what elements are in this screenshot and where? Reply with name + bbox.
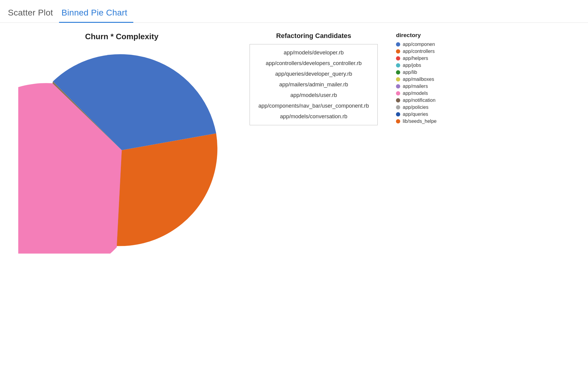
legend-dot-lib [396,70,400,74]
legend-label-queries: app/queries [403,112,428,117]
candidate-item: app/controllers/developers_controller.rb [250,58,377,69]
candidate-item: app/models/conversation.rb [250,111,377,122]
legend-dot-policies [396,105,400,109]
legend-label-seeds: lib/seeds_helpe [403,119,436,124]
candidate-item: app/mailers/admin_mailer.rb [250,79,377,90]
candidate-item: app/components/nav_bar/user_component.rb [250,101,377,111]
legend-dot-notifications [396,98,400,102]
chart-title: Churn * Complexity [85,32,158,41]
legend-item-mailboxes: app/mailboxes [396,77,434,82]
candidate-item: app/models/developer.rb [250,47,377,58]
legend-item-lib: app/lib [396,70,417,75]
legend-label-components: app/componen [403,42,435,47]
legend-dot-helpers [396,56,400,61]
legend-dot-mailers [396,84,400,88]
legend-item-policies: app/policies [396,105,429,110]
legend-label-lib: app/lib [403,70,417,75]
candidates-title: Refactoring Candidates [276,32,351,40]
legend-dot-seeds [396,119,400,123]
legend-item-queries: app/queries [396,112,428,117]
legend-item-jobs: app/jobs [396,63,421,68]
legend-item-mailers: app/mailers [396,84,428,89]
legend-dot-queries [396,112,400,116]
tab-binned-pie-chart[interactable]: Binned Pie Chart [59,5,133,23]
legend-section: directory app/componen app/controllers a… [396,32,436,126]
legend-item-components: app/componen [396,42,435,47]
legend-label-helpers: app/helpers [403,56,428,61]
legend-item-notifications: app/notification [396,98,436,103]
legend-item-controllers: app/controllers [396,49,435,54]
legend-label-policies: app/policies [403,105,429,110]
legend-label-notifications: app/notification [403,98,436,103]
legend-dot-jobs [396,63,400,67]
candidates-box: app/models/developer.rb app/controllers/… [250,44,378,125]
legend-dot-models [396,91,400,95]
legend-label-models: app/models [403,91,428,96]
pie-chart [18,47,225,254]
candidates-section: Refactoring Candidates app/models/develo… [250,32,378,125]
legend-title: directory [396,32,421,39]
legend-label-jobs: app/jobs [403,63,421,68]
legend-item-helpers: app/helpers [396,56,428,61]
legend-dot-components [396,42,400,47]
legend-dot-controllers [396,49,400,54]
legend-item-seeds: lib/seeds_helpe [396,119,436,124]
legend-label-controllers: app/controllers [403,49,435,54]
candidate-item: app/models/user.rb [250,90,377,101]
legend-label-mailboxes: app/mailboxes [403,77,434,82]
tab-bar: Scatter Plot Binned Pie Chart [0,0,588,23]
legend-dot-mailboxes [396,77,400,81]
candidate-item: app/queries/developer_query.rb [250,69,377,79]
chart-section: Churn * Complexity [0,32,231,254]
legend-item-models: app/models [396,91,428,96]
main-content: Churn * Complexity [0,23,588,254]
tab-scatter-plot[interactable]: Scatter Plot [5,5,59,23]
legend-label-mailers: app/mailers [403,84,428,89]
right-section: Refactoring Candidates app/models/develo… [231,32,588,126]
